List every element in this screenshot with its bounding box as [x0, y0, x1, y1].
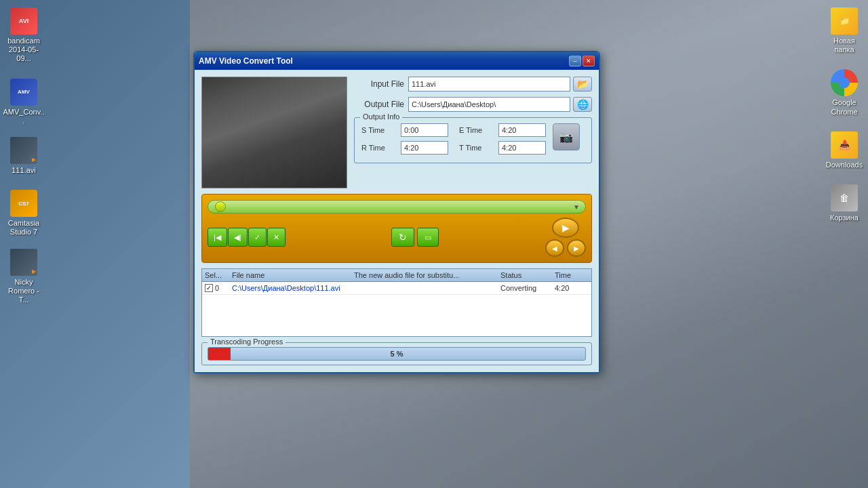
btn-prev[interactable]: ◀|: [228, 228, 248, 247]
output-info-group-label: Output Info: [360, 113, 402, 121]
play-main-button[interactable]: ▶: [552, 218, 579, 238]
playback-buttons: ▶ ◀ ▶: [545, 218, 586, 257]
col-header-filename: File name: [232, 271, 354, 279]
player-section: ▼ |◀ ◀| ✓ ✕ ↻ ▭: [201, 194, 592, 263]
input-file-row: Input File 📂: [354, 77, 592, 92]
e-time-label: E Time: [459, 126, 493, 134]
seekbar-arrow-icon: ▼: [573, 203, 580, 211]
trash-label: Корзина: [830, 214, 859, 222]
new-folder-icon: 📁: [831, 7, 858, 35]
desktop-icons-left: AVI bandicam2014-05-09... AMV AMV_Conv..…: [0, 0, 108, 308]
chrome-label: Google Chrome: [823, 98, 865, 116]
amv-conv-icon: AMV: [10, 79, 37, 106]
close-button[interactable]: ✕: [583, 56, 595, 66]
desktop: AVI bandicam2014-05-09... AMV AMV_Conv..…: [0, 0, 868, 488]
title-bar-buttons: – ✕: [569, 56, 595, 66]
transport-buttons: |◀ ◀| ✓ ✕: [208, 228, 285, 247]
bandicam-icon: AVI: [10, 7, 37, 35]
window-title: AMV Video Convert Tool: [199, 56, 569, 66]
camera-snapshot-button[interactable]: 📷: [553, 123, 580, 150]
111avi-label: 111.avi: [12, 166, 35, 175]
camtasia-icon: CS7: [10, 190, 37, 217]
progress-bar-fill: [208, 348, 231, 360]
desktop-icon-trash[interactable]: 🗑 Корзина: [821, 180, 868, 226]
file-list: Sel... File name The new audio file for …: [201, 268, 592, 337]
output-file-label: Output File: [354, 100, 408, 109]
e-time-field[interactable]: [498, 123, 546, 137]
r-time-row: R Time T Time: [361, 141, 546, 155]
row-sel-cell: ✓ 0: [205, 284, 232, 292]
progress-group-label: Transcoding Progress: [208, 338, 285, 346]
convert-stop-button[interactable]: ▭: [417, 228, 439, 247]
row-num: 0: [215, 284, 219, 292]
output-file-row: Output File 🌐: [354, 97, 592, 112]
col-header-status: Status: [500, 271, 555, 279]
player-controls: |◀ ◀| ✓ ✕ ↻ ▭ ▶ ◀ ▶: [208, 218, 586, 257]
btn-prev-start[interactable]: |◀: [208, 228, 227, 247]
desktop-icon-camtasia[interactable]: CS7 CamtasiaStudio 7: [0, 186, 47, 241]
downloads-label: Downloads: [826, 161, 863, 169]
folder-open-icon: 📂: [577, 79, 589, 89]
video-preview: [201, 77, 347, 188]
col-header-audio: The new audio file for substitu...: [354, 271, 500, 279]
downloads-icon: 📥: [831, 131, 858, 159]
trash-icon: 🗑: [831, 184, 858, 211]
input-file-browse-button[interactable]: 📂: [573, 77, 592, 92]
r-time-label: R Time: [361, 144, 395, 152]
t-time-label: T Time: [459, 144, 493, 152]
amv-conv-label: AMV_Conv...: [3, 108, 45, 125]
s-time-row: S Time E Time: [361, 123, 546, 137]
input-file-label: Input File: [354, 79, 408, 89]
s-time-label: S Time: [361, 126, 395, 134]
desktop-icon-new-folder[interactable]: 📁 Новая папка: [821, 3, 868, 58]
output-info-group: Output Info S Time E Time R: [354, 117, 592, 163]
seekbar-thumb[interactable]: [215, 201, 226, 212]
output-file-field[interactable]: [408, 97, 570, 112]
chrome-icon: [831, 69, 858, 96]
file-list-body: ✓ 0 C:\Users\Диана\Desktop\111.avi Conve…: [202, 282, 591, 336]
s-time-field[interactable]: [401, 123, 448, 137]
desktop-icon-nicky-romero[interactable]: NickyRomero - T...: [0, 245, 47, 309]
row-checkbox[interactable]: ✓: [205, 284, 213, 292]
desktop-icon-bandicam[interactable]: AVI bandicam2014-05-09...: [0, 3, 47, 68]
row-time: 4:20: [555, 284, 589, 292]
play-prev-button[interactable]: ◀: [545, 239, 564, 257]
new-folder-label: Новая папка: [823, 37, 865, 54]
progress-bar-container: 5 %: [208, 347, 586, 361]
btn-mark-in[interactable]: ✓: [248, 228, 267, 247]
video-frame: [202, 77, 347, 188]
camtasia-label: CamtasiaStudio 7: [8, 219, 39, 237]
r-time-field[interactable]: [401, 141, 448, 155]
desktop-icon-google-chrome[interactable]: Google Chrome: [821, 65, 868, 120]
title-bar: AMV Video Convert Tool – ✕: [195, 52, 599, 70]
input-panel: Input File 📂 Output File 🌐: [354, 77, 592, 188]
desktop-icon-amv-conv[interactable]: AMV AMV_Conv...: [0, 75, 47, 129]
desktop-icon-downloads[interactable]: 📥 Downloads: [821, 127, 868, 174]
col-header-sel: Sel...: [205, 271, 232, 279]
top-section: Input File 📂 Output File 🌐: [201, 77, 592, 188]
nicky-romero-icon: [10, 249, 37, 276]
desktop-icon-111avi[interactable]: 111.avi: [0, 133, 47, 179]
desktop-icons-right: 📁 Новая папка Google Chrome 📥 Downloads …: [814, 0, 868, 226]
btn-mark-out[interactable]: ✕: [267, 228, 285, 247]
table-row[interactable]: ✓ 0 C:\Users\Диана\Desktop\111.avi Conve…: [202, 282, 591, 295]
progress-section: Transcoding Progress 5 %: [201, 342, 592, 365]
output-file-browse-button[interactable]: 🌐: [573, 97, 592, 112]
111avi-icon: [10, 137, 37, 164]
col-header-time: Time: [555, 271, 589, 279]
nicky-romero-label: NickyRomero - T...: [3, 278, 45, 305]
row-status: Converting: [500, 284, 555, 292]
convert-start-button[interactable]: ↻: [391, 228, 414, 247]
bandicam-label: bandicam2014-05-09...: [3, 37, 45, 64]
folder-output-icon: 🌐: [577, 99, 589, 110]
row-filename: C:\Users\Диана\Desktop\111.avi: [232, 284, 354, 292]
input-file-field[interactable]: [408, 77, 570, 92]
progress-text: 5 %: [391, 350, 403, 358]
minimize-button[interactable]: –: [569, 56, 581, 66]
seekbar[interactable]: ▼: [208, 200, 586, 214]
window-content: Input File 📂 Output File 🌐: [195, 70, 599, 372]
play-next-button[interactable]: ▶: [567, 239, 586, 257]
app-window: AMV Video Convert Tool – ✕ Input File: [193, 51, 600, 373]
t-time-field[interactable]: [498, 141, 546, 155]
convert-buttons: ↻ ▭: [391, 228, 439, 247]
